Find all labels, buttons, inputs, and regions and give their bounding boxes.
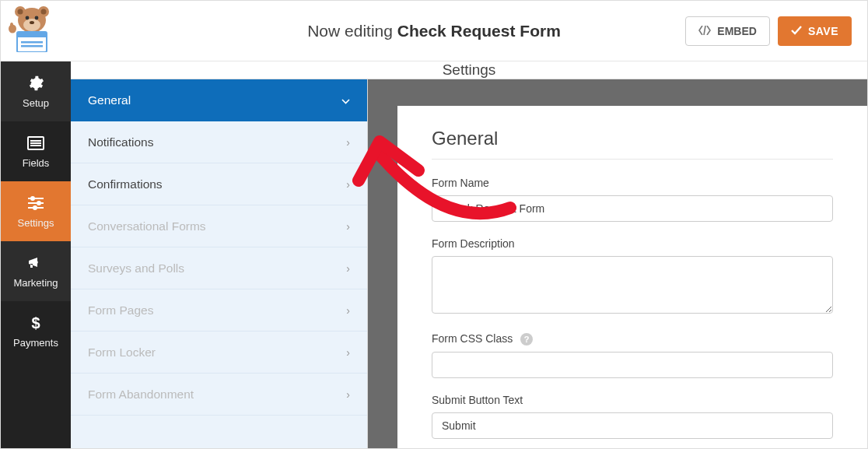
settings-sidebar[interactable]: General Notifications › Confirmations › … <box>71 79 368 449</box>
sidebar-item-confirmations[interactable]: Confirmations › <box>71 163 367 205</box>
sidebar-item-label: General <box>88 93 131 107</box>
nav-label-setup: Setup <box>23 97 49 109</box>
form-description-input[interactable] <box>432 256 833 314</box>
submit-button-text-label: Submit Button Text <box>432 394 833 406</box>
svg-point-24 <box>33 206 37 209</box>
nav: Setup Fields Settings Marketing $ Paymen… <box>1 61 71 448</box>
svg-point-6 <box>26 16 30 20</box>
chevron-down-icon <box>341 94 350 107</box>
help-icon[interactable]: ? <box>520 333 533 346</box>
embed-label: EMBED <box>717 25 757 37</box>
editing-label: Now editing Check Request Form <box>307 22 561 40</box>
svg-point-5 <box>23 19 40 31</box>
form-css-class-label-text: Form CSS Class <box>432 332 513 345</box>
top-actions: EMBED SAVE <box>685 16 852 46</box>
field-form-css-class: Form CSS Class ? <box>432 332 833 378</box>
sidebar-item-label: Conversational Forms <box>88 219 206 233</box>
sidebar-item-form-pages[interactable]: Form Pages › <box>71 289 367 331</box>
svg-point-14 <box>10 23 13 27</box>
sidebar-item-notifications[interactable]: Notifications › <box>71 121 367 163</box>
form-title: Check Request Form <box>397 22 561 40</box>
svg-rect-11 <box>21 41 43 44</box>
embed-button[interactable]: EMBED <box>685 16 770 46</box>
nav-item-settings[interactable]: Settings <box>1 181 71 241</box>
list-icon <box>27 135 44 152</box>
svg-point-4 <box>41 9 47 15</box>
check-icon <box>791 25 802 37</box>
form-name-input[interactable] <box>432 195 833 222</box>
sidebar-item-form-abandonment[interactable]: Form Abandonment › <box>71 374 367 416</box>
sidebar-item-label: Form Locker <box>88 346 156 360</box>
svg-point-8 <box>30 21 34 24</box>
dollar-icon: $ <box>27 314 44 331</box>
section-title: General <box>432 128 833 160</box>
form-css-class-label: Form CSS Class ? <box>432 332 833 346</box>
topbar: Now editing Check Request Form EMBED SAV… <box>1 1 867 61</box>
svg-text:$: $ <box>31 314 40 331</box>
field-submit-button-text: Submit Button Text <box>432 394 833 439</box>
chevron-right-icon: › <box>346 178 350 191</box>
panel-title: Settings <box>71 61 867 79</box>
nav-spacer <box>1 361 71 448</box>
chevron-right-icon: › <box>346 388 350 401</box>
svg-point-22 <box>37 202 40 205</box>
field-form-description: Form Description <box>432 237 833 317</box>
nav-label-settings: Settings <box>18 217 54 229</box>
field-form-name: Form Name <box>432 177 833 222</box>
nav-label-marketing: Marketing <box>13 277 58 289</box>
save-button[interactable]: SAVE <box>778 16 852 46</box>
nav-item-payments[interactable]: $ Payments <box>1 301 71 361</box>
svg-rect-12 <box>21 45 43 47</box>
content: Settings General Notifications › Confirm… <box>71 61 867 448</box>
chevron-right-icon: › <box>346 262 350 275</box>
sidebar-item-surveys-polls[interactable]: Surveys and Polls › <box>71 247 367 289</box>
chevron-right-icon: › <box>346 136 350 149</box>
form-description-label: Form Description <box>432 237 833 250</box>
nav-item-marketing[interactable]: Marketing <box>1 241 71 301</box>
sidebar-item-label: Notifications <box>88 135 153 149</box>
svg-point-7 <box>35 16 39 20</box>
nav-item-fields[interactable]: Fields <box>1 121 71 181</box>
body: General Notifications › Confirmations › … <box>71 79 867 449</box>
nav-item-setup[interactable]: Setup <box>1 61 71 121</box>
gear-icon <box>27 75 44 92</box>
svg-point-20 <box>31 197 34 200</box>
form-css-class-input[interactable] <box>432 352 833 378</box>
sidebar-item-label: Surveys and Polls <box>88 261 184 275</box>
chevron-right-icon: › <box>346 304 350 317</box>
editing-prefix: Now editing <box>307 22 397 40</box>
sidebar-item-form-locker[interactable]: Form Locker › <box>71 331 367 374</box>
svg-rect-10 <box>17 32 47 37</box>
nav-label-fields: Fields <box>23 157 50 169</box>
chevron-right-icon: › <box>346 346 350 359</box>
sidebar-item-general[interactable]: General <box>71 79 367 121</box>
nav-label-payments: Payments <box>13 337 58 349</box>
save-label: SAVE <box>808 25 838 37</box>
sidebar-item-label: Form Pages <box>88 303 153 317</box>
form-panel: General Form Name Form Description Form … <box>397 106 867 449</box>
sidebar-item-label: Confirmations <box>88 177 163 191</box>
sidebar-item-conversational-forms[interactable]: Conversational Forms › <box>71 205 367 247</box>
chevron-right-icon: › <box>346 220 350 233</box>
logo <box>5 4 58 55</box>
code-icon <box>698 25 711 37</box>
sliders-icon <box>27 195 44 212</box>
submit-button-text-input[interactable] <box>432 412 833 439</box>
sidebar-item-label: Form Abandonment <box>88 388 194 402</box>
main: Setup Fields Settings Marketing $ Paymen… <box>1 61 867 448</box>
form-name-label: Form Name <box>432 177 833 189</box>
svg-point-3 <box>18 9 23 15</box>
bullhorn-icon <box>27 254 44 272</box>
